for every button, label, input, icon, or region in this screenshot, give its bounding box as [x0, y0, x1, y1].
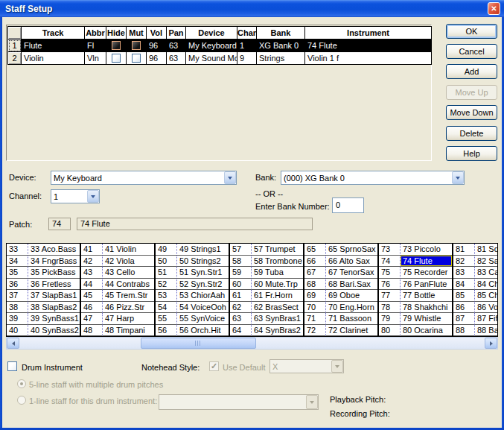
delete-button[interactable]: Delete: [446, 126, 497, 141]
patch-name-cell[interactable]: 40 SynBass2: [28, 325, 80, 337]
drum-instrument-checkbox[interactable]: [7, 361, 17, 371]
patch-name-cell[interactable]: 35 PickBass: [28, 267, 80, 279]
patch-number-cell[interactable]: 48: [81, 325, 103, 337]
patch-name-cell[interactable]: 53 ChiorAah: [177, 290, 229, 302]
patch-name-cell[interactable]: 86 Voice: [475, 302, 498, 314]
patch-number-cell[interactable]: 67: [304, 267, 326, 279]
patch-number-cell[interactable]: 55: [156, 313, 177, 325]
patch-number-cell[interactable]: 73: [379, 244, 401, 256]
patch-number-cell[interactable]: 33: [7, 244, 28, 256]
device-cell[interactable]: My Keyboard: [186, 39, 237, 52]
patch-number-cell[interactable]: 86: [453, 302, 475, 314]
hide-checkbox[interactable]: [112, 41, 121, 50]
track-cell[interactable]: Flute: [22, 39, 85, 52]
add-button[interactable]: Add: [446, 64, 497, 79]
patch-number-cell[interactable]: 66: [304, 256, 326, 268]
patch-name-cell[interactable]: 34 FngrBass: [28, 256, 80, 268]
patch-number-cell[interactable]: 54: [156, 302, 177, 314]
patch-number-cell[interactable]: 57: [230, 244, 252, 256]
patch-name-cell[interactable]: 65 SprnoSax: [326, 244, 377, 256]
patch-number-cell[interactable]: 61: [230, 290, 252, 302]
patch-name-cell[interactable]: 50 Strings2: [177, 256, 229, 268]
patch-number-cell[interactable]: 65: [304, 244, 326, 256]
patch-name-cell[interactable]: 55 SynVoice: [177, 313, 229, 325]
patch-name-cell[interactable]: 64 SynBras2: [252, 325, 303, 337]
patch-name-cell[interactable]: 88 Bass &: [475, 325, 498, 337]
patch-name-cell[interactable]: 81 Square: [475, 244, 498, 256]
device-cell[interactable]: My Sound Mo: [186, 52, 237, 65]
patch-number-cell[interactable]: 35: [7, 267, 28, 279]
row-number-cell[interactable]: 2: [8, 52, 22, 65]
hide-checkbox[interactable]: [112, 54, 121, 63]
patch-number-cell[interactable]: 76: [379, 279, 401, 291]
patch-number-cell[interactable]: 43: [81, 267, 103, 279]
patch-name-cell[interactable]: 84 Chiff L: [475, 279, 498, 291]
help-button[interactable]: Help: [446, 146, 497, 161]
patch-name-cell[interactable]: 74 Flute: [401, 256, 452, 268]
patch-name-cell[interactable]: 38 SlapBas2: [28, 302, 80, 314]
patch-name-cell[interactable]: 71 Bassoon: [326, 313, 377, 325]
patch-name-cell[interactable]: 66 Alto Sax: [326, 256, 377, 268]
patch-name-cell[interactable]: 85 Charan: [475, 290, 498, 302]
patch-name-cell[interactable]: 44 Contrabs: [103, 279, 154, 291]
patch-name-cell[interactable]: 47 Harp: [103, 313, 154, 325]
patch-number-cell[interactable]: 40: [7, 325, 28, 337]
bank-number-input[interactable]: 0: [332, 197, 364, 213]
patch-name-cell[interactable]: 42 Viola: [103, 256, 154, 268]
channel-combo[interactable]: 1: [51, 189, 100, 203]
vol-cell[interactable]: 96: [147, 39, 167, 52]
instrument-cell[interactable]: Violin 1 f: [305, 52, 432, 65]
device-combo-button[interactable]: [224, 171, 236, 184]
patch-number-cell[interactable]: 49: [156, 244, 177, 256]
patch-name-cell[interactable]: 77 Bottle: [401, 290, 452, 302]
pan-cell[interactable]: 63: [167, 39, 186, 52]
bank-combo-button[interactable]: [452, 171, 464, 184]
row-number-cell[interactable]: 1: [8, 39, 22, 52]
mut-checkbox[interactable]: [132, 54, 141, 63]
patch-number-cell[interactable]: 80: [379, 325, 401, 337]
patch-name-cell[interactable]: 33 Aco.Bass: [28, 244, 80, 256]
patch-name-cell[interactable]: 83 Caliopl: [475, 267, 498, 279]
patch-grid-scrollbar[interactable]: [6, 337, 498, 350]
patch-number-cell[interactable]: 68: [304, 279, 326, 291]
chan-cell[interactable]: 9: [237, 52, 257, 65]
abbr-cell[interactable]: Fl: [85, 39, 106, 52]
patch-number-cell[interactable]: 39: [7, 313, 28, 325]
patch-number-cell[interactable]: 50: [156, 256, 177, 268]
patch-name-cell[interactable]: 67 TenorSax: [326, 267, 377, 279]
bank-combo[interactable]: (000) XG Bank 0: [281, 171, 465, 185]
patch-name-cell[interactable]: 36 Fretless: [28, 279, 80, 291]
patch-name-cell[interactable]: 45 Trem.Str: [103, 290, 154, 302]
patch-name-cell[interactable]: 41 Violin: [103, 244, 154, 256]
patch-number-cell[interactable]: 88: [453, 325, 475, 337]
patch-number-cell[interactable]: 69: [304, 290, 326, 302]
patch-name-cell[interactable]: 37 SlapBas1: [28, 290, 80, 302]
patch-number-cell[interactable]: 37: [7, 290, 28, 302]
patch-number-cell[interactable]: 44: [81, 279, 103, 291]
patch-name-cell[interactable]: 80 Ocarina: [401, 325, 452, 337]
patch-name-cell[interactable]: 75 Recorder: [401, 267, 452, 279]
patch-number-cell[interactable]: 46: [81, 302, 103, 314]
patch-number-cell[interactable]: 70: [304, 302, 326, 314]
patch-number-cell[interactable]: 78: [379, 302, 401, 314]
patch-name-cell[interactable]: 54 VoiceOoh: [177, 302, 229, 314]
patch-number-cell[interactable]: 51: [156, 267, 177, 279]
patch-number-cell[interactable]: 64: [230, 325, 252, 337]
patch-number-cell[interactable]: 74: [379, 256, 401, 268]
patch-number-cell[interactable]: 72: [304, 325, 326, 337]
patch-number-cell[interactable]: 85: [453, 290, 475, 302]
patch-name-cell[interactable]: 79 Whistle: [401, 313, 452, 325]
patch-number-cell[interactable]: 53: [156, 290, 177, 302]
patch-name-cell[interactable]: 51 Syn.Str1: [177, 267, 229, 279]
channel-combo-button[interactable]: [87, 190, 99, 203]
patch-number-cell[interactable]: 82: [453, 256, 475, 268]
patch-number-cell[interactable]: 45: [81, 290, 103, 302]
patch-name-cell[interactable]: 52 Syn.Str2: [177, 279, 229, 291]
scroll-right-button[interactable]: [485, 338, 497, 349]
patch-number-cell[interactable]: 34: [7, 256, 28, 268]
move-down-button[interactable]: Move Down: [446, 105, 497, 120]
patch-name-cell[interactable]: 43 Cello: [103, 267, 154, 279]
patch-name-cell[interactable]: 76 PanFlute: [401, 279, 452, 291]
patch-name-cell[interactable]: 70 Eng.Horn: [326, 302, 377, 314]
patch-number-cell[interactable]: 62: [230, 302, 252, 314]
